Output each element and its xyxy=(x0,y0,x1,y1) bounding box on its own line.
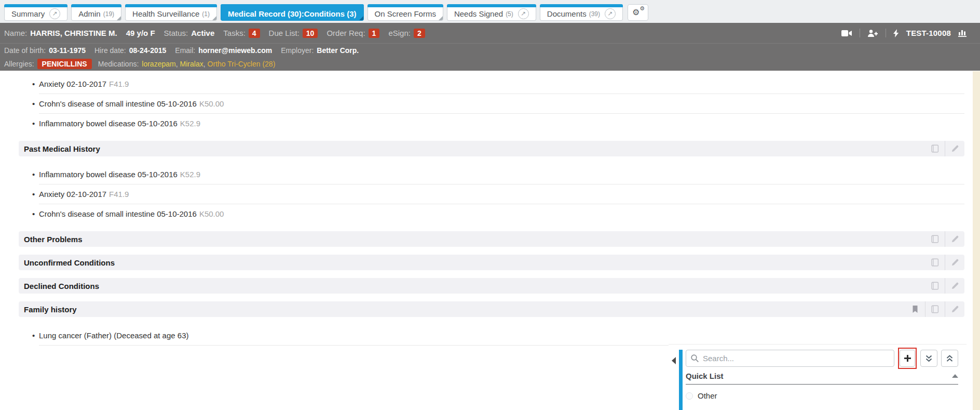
chart-notes-button[interactable] xyxy=(925,255,945,270)
bookmark-icon xyxy=(911,305,919,313)
patient-name: HARRIS, CHRISTINE M. xyxy=(30,29,117,37)
video-camera-button[interactable] xyxy=(841,30,852,37)
add-person-icon xyxy=(867,29,878,37)
quick-list-item-other[interactable]: Other xyxy=(686,391,958,400)
panel-body: Quick List Other xyxy=(683,345,967,410)
chart-notes-button[interactable] xyxy=(925,301,945,317)
tab-medical-record-conditions[interactable]: Medical Record (30):Conditions (3) xyxy=(221,4,364,21)
medication-link[interactable]: Ortho Tri-Cyclen (28) xyxy=(208,60,276,68)
condition-code: K50.00 xyxy=(199,209,224,218)
separator: , xyxy=(203,60,206,68)
patient-banner-row1: Name: HARRIS, CHRISTINE M. 49 y/o F Stat… xyxy=(0,23,980,44)
edit-button[interactable] xyxy=(945,301,964,317)
condition-row: • Anxiety 02-10-2017 F41.9 xyxy=(19,74,964,94)
chart-notes-button[interactable] xyxy=(925,141,945,156)
edit-button[interactable] xyxy=(945,255,964,270)
section-actions xyxy=(925,255,964,270)
allergy-badge[interactable]: PENICILLINS xyxy=(37,59,92,69)
tab-count: (39) xyxy=(589,9,600,18)
lightning-button[interactable] xyxy=(893,29,899,37)
tab-bar: Summary ↗ Admin (19) Health Surveillance… xyxy=(0,0,980,23)
add-button-highlight xyxy=(898,348,917,369)
tab-needs-signed[interactable]: Needs Signed (5) ↗ xyxy=(447,4,536,21)
divider xyxy=(860,29,860,37)
tab-health-surveillance[interactable]: Health Surveillance (1) xyxy=(125,4,217,21)
dob-value: 03-11-1975 xyxy=(49,46,86,55)
bullet-icon: • xyxy=(32,331,39,340)
hire-date-value: 08-24-2015 xyxy=(129,46,167,55)
family-history-text: Lung cancer (Father) (Deceased at age 63… xyxy=(39,331,189,340)
email-label: Email: xyxy=(175,46,195,55)
lightning-icon xyxy=(893,29,899,37)
section-actions xyxy=(925,231,964,247)
edit-button[interactable] xyxy=(945,278,964,294)
tab-admin[interactable]: Admin (19) xyxy=(71,4,121,21)
pencil-icon xyxy=(951,235,959,243)
condition-code: K50.00 xyxy=(199,99,224,108)
add-condition-button[interactable] xyxy=(900,350,915,367)
bullet-icon: • xyxy=(32,80,39,88)
collapse-up-icon[interactable] xyxy=(952,374,958,378)
tab-on-screen-forms[interactable]: On Screen Forms xyxy=(367,4,443,21)
section-header: Family history xyxy=(19,301,964,317)
gear-icon: ⚙ xyxy=(632,7,639,17)
tab-label: Documents xyxy=(547,9,587,18)
section-title: Past Medical History xyxy=(24,144,100,153)
divider xyxy=(686,384,958,385)
bookmark-button[interactable] xyxy=(905,301,925,317)
section-title: Other Problems xyxy=(24,235,83,244)
settings-gear-button[interactable]: ⚙ ⚙ xyxy=(628,4,648,21)
add-person-button[interactable] xyxy=(867,29,878,37)
collapse-left-icon[interactable] xyxy=(672,357,676,364)
search-input[interactable] xyxy=(686,350,894,367)
esign-count-badge[interactable]: 2 xyxy=(414,29,425,38)
divider xyxy=(886,29,886,37)
quick-list-header[interactable]: Quick List xyxy=(686,372,958,380)
plus-icon xyxy=(903,354,912,363)
book-icon xyxy=(931,282,940,290)
age-sex: 49 y/o F xyxy=(126,29,155,37)
tab-label: Needs Signed xyxy=(454,9,503,18)
bullet-icon: • xyxy=(32,190,39,199)
chart-notes-button[interactable] xyxy=(925,278,945,294)
condition-row: • Inflammatory bowel disease 05-10-2016 … xyxy=(19,164,964,184)
section-active-problems: • Anxiety 02-10-2017 F41.9 • Crohn's dis… xyxy=(19,74,964,133)
expand-all-button[interactable] xyxy=(920,350,937,367)
edit-button[interactable] xyxy=(945,141,964,156)
collapse-all-button[interactable] xyxy=(941,350,958,367)
condition-text: Anxiety 02-10-2017 xyxy=(39,80,106,88)
book-icon xyxy=(931,305,940,313)
pencil-icon xyxy=(951,144,959,153)
due-list-count-badge[interactable]: 10 xyxy=(303,29,318,38)
tab-count: (1) xyxy=(202,9,210,18)
double-chevron-up-icon xyxy=(946,354,954,363)
external-link-icon: ↗ xyxy=(605,8,616,19)
tasks-count-badge[interactable]: 4 xyxy=(249,29,260,38)
pencil-icon xyxy=(951,258,959,267)
tab-documents[interactable]: Documents (39) ↗ xyxy=(540,4,623,21)
section-actions xyxy=(925,141,964,156)
condition-text: Crohn's disease of small intestine 05-10… xyxy=(39,209,197,218)
bullet-icon: • xyxy=(32,99,39,108)
due-list-label: Due List: xyxy=(269,29,300,37)
status-value: Active xyxy=(191,29,214,37)
panel-collapse-column xyxy=(669,345,679,410)
tab-label: Health Surveillance xyxy=(132,9,199,18)
panel-accent-bar xyxy=(679,350,683,410)
chart-notes-button[interactable] xyxy=(925,231,945,247)
patient-banner: Name: HARRIS, CHRISTINE M. 49 y/o F Stat… xyxy=(0,23,980,71)
radio-icon[interactable] xyxy=(686,392,693,400)
section-title: Family history xyxy=(24,305,77,314)
bar-chart-icon xyxy=(958,29,968,37)
section-header: Other Problems xyxy=(19,231,964,247)
employer-value: Better Corp. xyxy=(317,46,359,55)
chart-button[interactable] xyxy=(958,29,968,37)
order-req-count-badge[interactable]: 1 xyxy=(369,29,380,38)
medication-link[interactable]: lorazepam xyxy=(142,60,175,68)
condition-text: Inflammatory bowel disease 05-10-2016 xyxy=(39,119,178,128)
book-icon xyxy=(931,144,940,153)
order-req-label: Order Req: xyxy=(326,29,365,37)
edit-button[interactable] xyxy=(945,231,964,247)
medication-link[interactable]: Miralax xyxy=(180,60,203,68)
tab-summary[interactable]: Summary ↗ xyxy=(4,4,67,21)
